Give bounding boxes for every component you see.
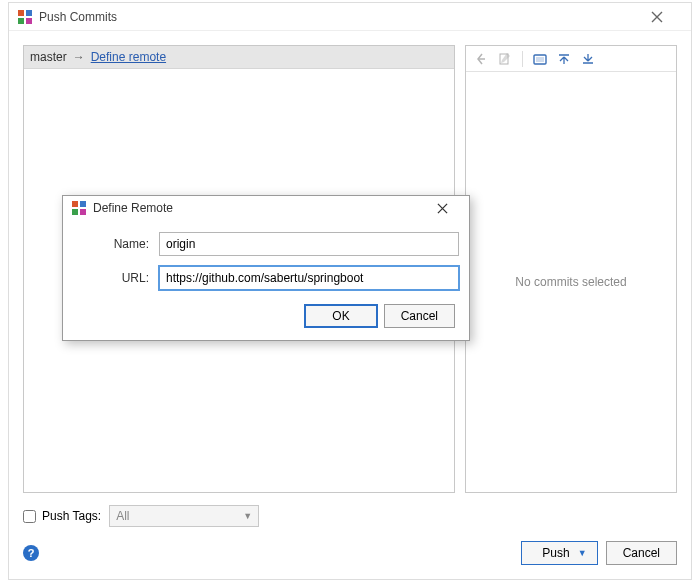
define-remote-buttons: OK Cancel — [73, 300, 459, 328]
svg-rect-8 — [80, 201, 86, 207]
define-remote-dialog: Define Remote Name: URL: OK Cancel — [62, 195, 470, 341]
svg-rect-6 — [536, 57, 544, 62]
push-tags-checkbox[interactable]: Push Tags: — [23, 509, 101, 523]
svg-rect-9 — [72, 209, 78, 215]
svg-rect-1 — [26, 10, 32, 16]
cancel-button[interactable]: Cancel — [384, 304, 455, 328]
svg-rect-10 — [80, 209, 86, 215]
svg-rect-0 — [18, 10, 24, 16]
close-icon[interactable] — [651, 11, 683, 23]
push-commits-titlebar[interactable]: Push Commits — [9, 3, 691, 31]
branch-name: master — [30, 50, 67, 64]
group-icon[interactable] — [531, 50, 549, 68]
define-remote-body: Name: URL: OK Cancel — [63, 220, 469, 340]
name-label: Name: — [73, 237, 159, 251]
toolbar-separator — [522, 51, 523, 67]
svg-rect-3 — [26, 18, 32, 24]
define-remote-title: Define Remote — [93, 201, 437, 215]
collapse-all-icon[interactable] — [579, 50, 597, 68]
url-field[interactable] — [159, 266, 459, 290]
svg-rect-7 — [72, 201, 78, 207]
help-icon[interactable]: ? — [23, 545, 39, 561]
name-field[interactable] — [159, 232, 459, 256]
url-row: URL: — [73, 266, 459, 290]
push-button-label: Push — [542, 546, 569, 560]
push-tags-input[interactable] — [23, 510, 36, 523]
push-tags-combo[interactable]: All ▼ — [109, 505, 259, 527]
chevron-down-icon: ▼ — [578, 548, 587, 558]
details-toolbar — [466, 46, 676, 72]
ok-button[interactable]: OK — [304, 304, 377, 328]
push-tags-combo-value: All — [116, 509, 129, 523]
expand-all-icon[interactable] — [555, 50, 573, 68]
branch-row[interactable]: master → Define remote — [24, 46, 454, 69]
app-icon — [71, 200, 87, 216]
name-row: Name: — [73, 232, 459, 256]
close-icon[interactable] — [437, 203, 461, 214]
push-commits-title: Push Commits — [39, 10, 651, 24]
options-row: Push Tags: All ▼ — [23, 493, 677, 527]
no-commits-label: No commits selected — [466, 72, 676, 492]
define-remote-titlebar[interactable]: Define Remote — [63, 196, 469, 220]
define-remote-link[interactable]: Define remote — [91, 50, 166, 64]
push-button[interactable]: Push ▼ — [521, 541, 597, 565]
push-tags-label: Push Tags: — [42, 509, 101, 523]
arrow-icon: → — [73, 50, 85, 64]
app-icon — [17, 9, 33, 25]
cancel-button[interactable]: Cancel — [606, 541, 677, 565]
chevron-down-icon: ▼ — [243, 511, 252, 521]
navigate-back-icon[interactable] — [472, 50, 490, 68]
footer-row: ? Push ▼ Cancel — [23, 527, 677, 565]
edit-icon[interactable] — [496, 50, 514, 68]
url-label: URL: — [73, 271, 159, 285]
details-pane: No commits selected — [465, 45, 677, 493]
svg-rect-2 — [18, 18, 24, 24]
